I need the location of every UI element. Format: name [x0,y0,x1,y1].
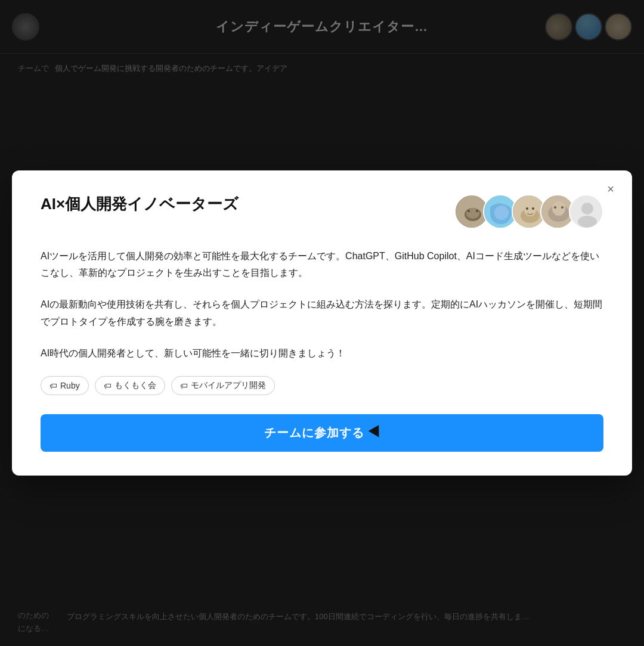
tag-mokumoku-label: もくもく会 [114,380,156,391]
tag-mobile: 🏷 モバイルアプリ開発 [171,376,275,395]
tag-ruby-icon: 🏷 [49,381,57,390]
modal-paragraph-3: AI時代の個人開発者として、新しい可能性を一緒に切り開きましょう！ [41,345,603,362]
svg-point-4 [476,210,478,212]
svg-point-2 [466,208,479,219]
svg-point-10 [526,207,528,210]
modal-title: AI×個人開発イノベーターズ [41,194,239,215]
tag-mobile-icon: 🏷 [180,381,188,390]
svg-point-18 [581,203,593,215]
modal-avatars [454,194,603,229]
modal-dialog: × AI×個人開発イノベーターズ [12,170,632,476]
cursor-icon [369,426,384,441]
modal-header: AI×個人開発イノベーターズ [41,194,603,229]
modal-avatar-5 [569,194,603,229]
tag-mokumoku: 🏷 もくもく会 [95,376,165,395]
modal-overlay: × AI×個人開発イノベーターズ [0,0,644,646]
svg-point-15 [554,206,556,209]
svg-point-11 [532,207,534,210]
svg-point-3 [467,210,470,212]
svg-point-14 [552,201,565,216]
close-button[interactable]: × [601,180,620,199]
modal-paragraph-1: AIツールを活用して個人開発の効率と可能性を最大化するチームです。ChatGPT… [41,248,603,282]
join-button-label: チームに参加する [264,426,364,439]
svg-point-16 [561,206,564,209]
join-button[interactable]: チームに参加する [41,414,603,452]
modal-paragraph-2: AIの最新動向や使用技術を共有し、それらを個人プロジェクトに組み込む方法を探りま… [41,296,603,331]
close-icon: × [607,182,614,196]
tag-ruby-label: Ruby [60,381,80,390]
modal-body: AIツールを活用して個人開発の効率と可能性を最大化するチームです。ChatGPT… [41,248,603,362]
svg-point-19 [578,216,597,228]
tag-mokumoku-icon: 🏷 [104,381,112,390]
modal-tags: 🏷 Ruby 🏷 もくもく会 🏷 モバイルアプリ開発 [41,376,603,395]
tag-mobile-label: モバイルアプリ開発 [191,380,266,391]
tag-ruby: 🏷 Ruby [41,376,89,395]
